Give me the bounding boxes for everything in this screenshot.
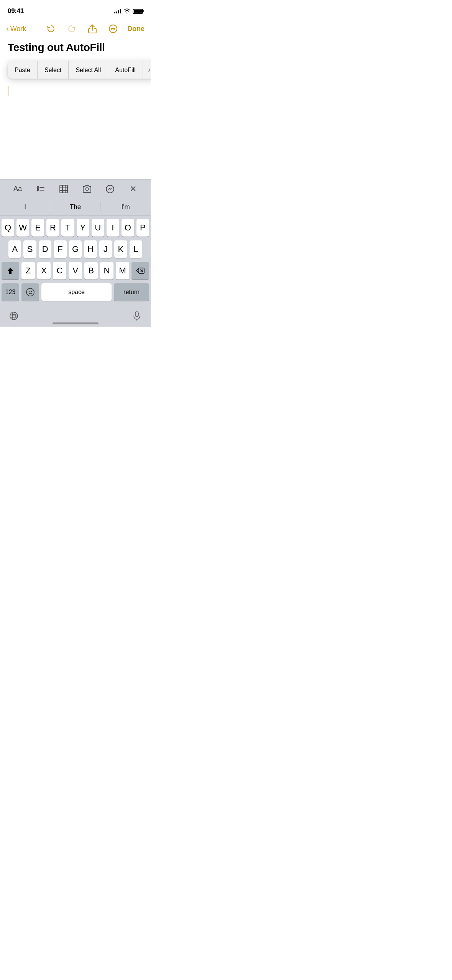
key-r[interactable]: R bbox=[46, 219, 59, 237]
keyboard-toolbar: Aa ✕ bbox=[0, 179, 151, 198]
predictive-bar: I The I'm bbox=[0, 198, 151, 216]
keyboard: I The I'm Q W E R T Y U I O P A S D F G … bbox=[0, 198, 151, 327]
key-j[interactable]: J bbox=[99, 240, 112, 258]
format-button[interactable]: Aa bbox=[10, 181, 25, 197]
key-n[interactable]: N bbox=[100, 262, 113, 280]
select-all-menu-item[interactable]: Select All bbox=[69, 61, 108, 79]
table-icon bbox=[59, 184, 69, 194]
delete-icon bbox=[136, 268, 145, 274]
text-cursor bbox=[8, 86, 8, 96]
share-button[interactable] bbox=[86, 22, 99, 35]
undo-button[interactable] bbox=[44, 22, 58, 35]
status-icons bbox=[114, 8, 143, 15]
key-f[interactable]: F bbox=[54, 240, 66, 258]
pen-icon bbox=[105, 184, 115, 194]
predictive-word-1[interactable]: I bbox=[0, 198, 50, 215]
emoji-icon bbox=[26, 288, 35, 297]
close-icon: ✕ bbox=[130, 184, 136, 194]
key-g[interactable]: G bbox=[69, 240, 82, 258]
key-t[interactable]: T bbox=[61, 219, 74, 237]
key-h[interactable]: H bbox=[84, 240, 97, 258]
key-p[interactable]: P bbox=[136, 219, 149, 237]
keyboard-close-button[interactable]: ✕ bbox=[125, 181, 141, 197]
svg-point-21 bbox=[31, 291, 32, 292]
redo-button[interactable] bbox=[65, 22, 78, 35]
select-menu-item[interactable]: Select bbox=[38, 61, 69, 79]
autofill-menu-item[interactable]: AutoFill bbox=[108, 61, 143, 79]
context-menu-container: Paste Select Select All AutoFill › bbox=[0, 61, 151, 79]
battery-icon bbox=[133, 9, 143, 14]
key-i[interactable]: I bbox=[107, 219, 119, 237]
key-b[interactable]: B bbox=[84, 262, 98, 280]
more-button[interactable] bbox=[107, 22, 120, 35]
signal-icon bbox=[114, 9, 121, 13]
status-time: 09:41 bbox=[8, 7, 24, 15]
shift-icon bbox=[7, 267, 14, 275]
paste-menu-item[interactable]: Paste bbox=[8, 61, 38, 79]
key-v[interactable]: V bbox=[69, 262, 82, 280]
key-d[interactable]: D bbox=[39, 240, 51, 258]
home-indicator bbox=[53, 322, 99, 324]
key-c[interactable]: C bbox=[53, 262, 66, 280]
key-a[interactable]: A bbox=[8, 240, 21, 258]
svg-rect-9 bbox=[60, 185, 67, 193]
table-button[interactable] bbox=[56, 181, 71, 197]
key-row-3: Z X C V B N M bbox=[2, 262, 149, 280]
key-z[interactable]: Z bbox=[21, 262, 35, 280]
done-button[interactable]: Done bbox=[127, 25, 145, 33]
list-icon bbox=[36, 184, 46, 194]
svg-rect-25 bbox=[135, 312, 138, 317]
mic-icon bbox=[132, 311, 142, 321]
context-menu: Paste Select Select All AutoFill › bbox=[8, 61, 151, 79]
globe-icon bbox=[9, 311, 19, 321]
nav-actions: Done bbox=[44, 22, 145, 35]
svg-point-3 bbox=[114, 28, 115, 30]
more-menu-item[interactable]: › bbox=[143, 61, 151, 79]
key-row-4: 123 space return bbox=[2, 283, 149, 301]
key-q[interactable]: Q bbox=[2, 219, 14, 237]
key-o[interactable]: O bbox=[122, 219, 134, 237]
key-m[interactable]: M bbox=[116, 262, 129, 280]
shift-key[interactable] bbox=[2, 262, 19, 280]
note-body[interactable] bbox=[0, 79, 151, 102]
back-chevron-icon: ‹ bbox=[6, 24, 9, 33]
status-bar: 09:41 bbox=[0, 0, 151, 19]
svg-point-2 bbox=[113, 28, 114, 30]
camera-button[interactable] bbox=[79, 181, 95, 197]
key-l[interactable]: L bbox=[130, 240, 142, 258]
key-w[interactable]: W bbox=[16, 219, 29, 237]
return-key[interactable]: return bbox=[114, 283, 149, 301]
predictive-word-3[interactable]: I'm bbox=[100, 198, 151, 215]
key-y[interactable]: Y bbox=[77, 219, 89, 237]
note-title: Testing out AutoFill bbox=[0, 38, 151, 60]
key-rows: Q W E R T Y U I O P A S D F G H J K L bbox=[0, 216, 151, 303]
key-k[interactable]: K bbox=[114, 240, 127, 258]
svg-point-14 bbox=[85, 187, 88, 190]
svg-point-1 bbox=[111, 28, 112, 30]
mic-button[interactable] bbox=[129, 308, 145, 324]
key-u[interactable]: U bbox=[92, 219, 104, 237]
svg-point-5 bbox=[38, 187, 38, 188]
svg-point-19 bbox=[26, 288, 34, 296]
back-label: Work bbox=[10, 25, 26, 33]
key-x[interactable]: X bbox=[37, 262, 51, 280]
camera-icon bbox=[82, 184, 92, 194]
back-button[interactable]: ‹ Work bbox=[6, 25, 26, 33]
markup-button[interactable] bbox=[102, 181, 118, 197]
key-e[interactable]: E bbox=[31, 219, 44, 237]
globe-button[interactable] bbox=[6, 308, 21, 324]
wifi-icon bbox=[123, 8, 130, 15]
key-s[interactable]: S bbox=[23, 240, 36, 258]
nav-bar: ‹ Work bbox=[0, 19, 151, 38]
numbers-key[interactable]: 123 bbox=[2, 283, 19, 301]
key-row-1: Q W E R T Y U I O P bbox=[2, 219, 149, 237]
list-button[interactable] bbox=[33, 181, 48, 197]
svg-point-20 bbox=[29, 291, 30, 292]
delete-key[interactable] bbox=[131, 262, 149, 280]
emoji-key[interactable] bbox=[21, 283, 39, 301]
space-key[interactable]: space bbox=[41, 283, 112, 301]
predictive-word-2[interactable]: The bbox=[50, 198, 100, 215]
key-row-2: A S D F G H J K L bbox=[2, 240, 149, 258]
